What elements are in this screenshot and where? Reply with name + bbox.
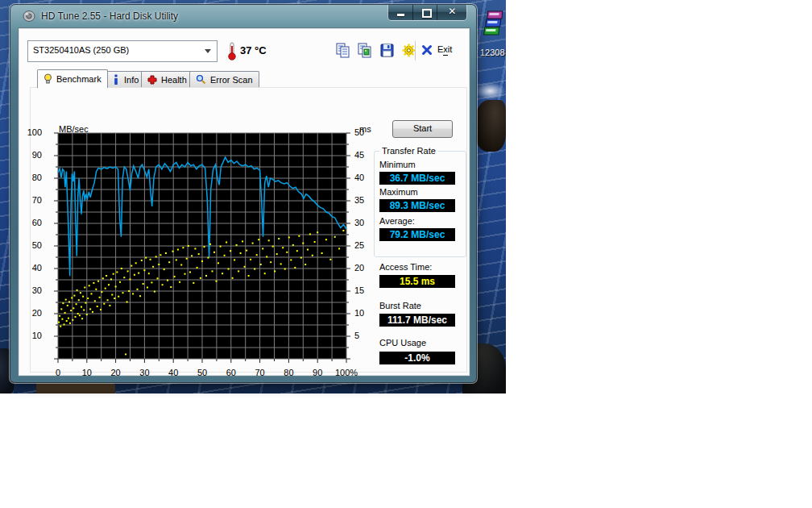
maximize-icon bbox=[422, 9, 432, 18]
titlebar[interactable]: HD Tune 2.55 - Hard Disk Utility ✕ bbox=[10, 5, 476, 27]
close-icon: ✕ bbox=[437, 6, 466, 17]
transfer-rate-group-label: Transfer Rate bbox=[379, 146, 438, 156]
rock bbox=[474, 100, 506, 152]
minimize-button[interactable] bbox=[388, 5, 413, 20]
access-time-label: Access Time: bbox=[379, 262, 432, 272]
exit-x-icon bbox=[421, 44, 433, 56]
tab-benchmark[interactable]: Benchmark bbox=[37, 69, 108, 88]
benchmark-chart bbox=[40, 123, 367, 367]
magnifier-icon bbox=[196, 74, 206, 85]
average-label: Average: bbox=[379, 216, 415, 226]
tab-error-scan[interactable]: Error Scan bbox=[189, 71, 259, 87]
tab-health[interactable]: Health bbox=[141, 71, 193, 87]
client-area: ST3250410AS (250 GB) 37 °C bbox=[18, 27, 470, 377]
toolbar-separator bbox=[415, 41, 416, 60]
maximum-value: 89.3 MB/sec bbox=[379, 199, 455, 212]
hdtune-window: HD Tune 2.55 - Hard Disk Utility ✕ ST325… bbox=[10, 5, 476, 382]
drive-select-value: ST3250410AS (250 GB) bbox=[33, 45, 129, 55]
maximize-button[interactable] bbox=[413, 5, 438, 20]
window-title: HD Tune 2.55 - Hard Disk Utility bbox=[41, 10, 178, 22]
tab-label: Info bbox=[124, 75, 139, 85]
exit-mnemonic-underline bbox=[443, 55, 448, 56]
thermometer-icon bbox=[226, 41, 238, 60]
tab-info[interactable]: Info bbox=[106, 71, 145, 87]
drive-select-combobox[interactable]: ST3250410AS (250 GB) bbox=[27, 40, 218, 62]
health-cross-icon bbox=[147, 75, 157, 85]
burst-rate-label: Burst Rate bbox=[379, 301, 421, 310]
chevron-down-icon bbox=[205, 49, 211, 53]
tab-label: Health bbox=[161, 75, 187, 85]
exit-button[interactable]: Exit bbox=[421, 44, 468, 58]
save-icon[interactable] bbox=[379, 43, 395, 58]
temperature-readout: 37 °C bbox=[240, 44, 267, 56]
tab-label: Error Scan bbox=[210, 75, 253, 85]
winrar-icon bbox=[483, 10, 505, 37]
bulb-icon bbox=[44, 73, 52, 85]
close-button[interactable]: ✕ bbox=[437, 5, 466, 20]
exit-label: Exit bbox=[437, 44, 452, 54]
burst-rate-value: 111.7 MB/sec bbox=[379, 314, 455, 327]
window-controls: ✕ bbox=[387, 5, 467, 21]
access-time-value: 15.5 ms bbox=[379, 275, 455, 288]
minimum-label: Minimum bbox=[379, 160, 416, 169]
copy-image-icon[interactable] bbox=[357, 43, 372, 58]
left-axis-unit: MB/sec bbox=[59, 124, 89, 134]
wave-foam bbox=[474, 82, 506, 100]
copy-text-icon[interactable] bbox=[335, 43, 350, 58]
minimum-value: 36.7 MB/sec bbox=[379, 172, 455, 185]
cpu-usage-value: -1.0% bbox=[379, 352, 455, 364]
desktop-shortcut-label[interactable]: 12308 bbox=[480, 48, 506, 59]
app-icon bbox=[23, 10, 35, 23]
minimize-icon bbox=[397, 14, 404, 16]
info-icon bbox=[112, 74, 120, 85]
average-value: 79.2 MB/sec bbox=[379, 228, 455, 241]
start-button[interactable]: Start bbox=[392, 120, 453, 138]
tab-label: Benchmark bbox=[56, 74, 102, 84]
cpu-usage-label: CPU Usage bbox=[379, 338, 426, 348]
maximum-label: Maximum bbox=[379, 187, 418, 197]
